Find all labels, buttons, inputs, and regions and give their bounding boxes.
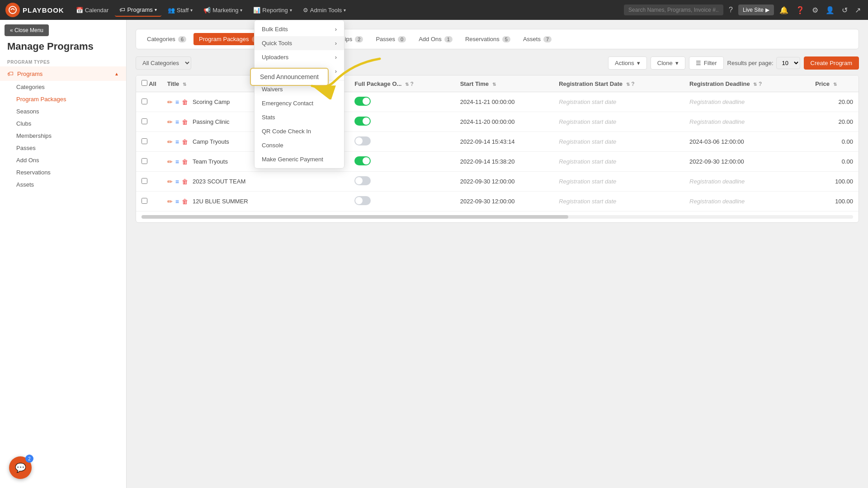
sidebar-item-assets[interactable]: Assets	[0, 178, 126, 191]
row-price: 100.00	[810, 192, 859, 211]
user-icon[interactable]: 👤	[824, 4, 836, 16]
category-filter-select[interactable]: All Categories	[136, 56, 191, 70]
sidebar-item-seasons[interactable]: Seasons	[0, 105, 126, 117]
row-title: Team Tryouts	[193, 158, 228, 165]
list-icon[interactable]: ≡	[175, 138, 179, 145]
row-toggle[interactable]	[349, 132, 454, 152]
row-checkbox[interactable]	[142, 178, 147, 184]
edit-icon[interactable]: ✏	[167, 198, 173, 205]
tab-add-ons[interactable]: Add Ons 1	[413, 33, 458, 45]
edit-icon[interactable]: ✏	[167, 158, 173, 165]
nav-staff[interactable]: 👥 Staff ▾	[163, 4, 198, 16]
dropdown-generic-payment[interactable]: Make Generic Payment	[255, 152, 344, 166]
live-site-button[interactable]: Live Site ▶	[738, 5, 774, 15]
close-menu-button[interactable]: « Close Menu	[5, 24, 49, 36]
list-icon[interactable]: ≡	[175, 198, 179, 205]
full-package-toggle[interactable]	[354, 176, 371, 185]
sidebar-item-categories[interactable]: Categories	[0, 81, 126, 93]
full-package-toggle[interactable]	[354, 97, 371, 106]
help-icon[interactable]: ?	[727, 4, 735, 16]
toolbar: All Categories Actions ▾ Clone ▾ ☰ Filte…	[136, 56, 859, 70]
refresh-icon[interactable]: ↺	[840, 4, 849, 16]
row-title: Passing Clinic	[193, 118, 230, 125]
sidebar-item-reservations[interactable]: Reservations	[0, 166, 126, 178]
tabs-bar: Categories 6 Program Packages 6 Waivers …	[136, 29, 859, 49]
sidebar-item-memberships[interactable]: Memberships	[0, 130, 126, 142]
delete-icon[interactable]: 🗑	[182, 99, 188, 106]
select-all-checkbox[interactable]	[142, 80, 147, 86]
sidebar: « Close Menu Manage Programs PROGRAM TYP…	[0, 20, 127, 232]
horizontal-scrollbar[interactable]	[142, 215, 853, 219]
nav-calendar[interactable]: 📅 Calendar	[71, 4, 113, 16]
row-reg-start: Registration start date	[553, 152, 684, 172]
row-checkbox[interactable]	[142, 99, 147, 104]
tab-reservations[interactable]: Reservations 5	[460, 33, 516, 45]
edit-icon[interactable]: ✏	[167, 99, 173, 106]
list-icon[interactable]: ≡	[175, 99, 179, 106]
row-toggle[interactable]	[349, 172, 454, 192]
delete-icon[interactable]: 🗑	[182, 198, 188, 205]
dropdown-console[interactable]: Console	[255, 138, 344, 152]
dropdown-bulk-edits[interactable]: Bulk Edits ›	[255, 22, 344, 36]
row-title: Scoring Camp	[193, 99, 230, 105]
full-package-toggle[interactable]	[354, 136, 371, 145]
dropdown-stats[interactable]: Stats	[255, 110, 344, 124]
row-reg-start: Registration start date	[553, 192, 684, 211]
sidebar-item-program-packages[interactable]: Program Packages	[0, 93, 126, 105]
dropdown-qr-code[interactable]: QR Code Check In	[255, 124, 344, 138]
actions-button[interactable]: Actions ▾	[608, 56, 647, 70]
list-icon[interactable]: ≡	[175, 158, 179, 165]
row-checkbox[interactable]	[142, 118, 147, 124]
send-announcement-button[interactable]: Send Announcement	[251, 69, 328, 85]
tab-passes[interactable]: Passes 0	[370, 33, 411, 45]
sidebar-item-programs[interactable]: 🏷 Programs ▲	[0, 66, 126, 81]
tab-categories[interactable]: Categories 6	[142, 33, 192, 45]
results-per-page-select[interactable]: 10	[776, 57, 800, 69]
dropdown-uploaders[interactable]: Uploaders ›	[255, 50, 344, 64]
nav-reporting[interactable]: 📊 Reporting ▾	[249, 4, 296, 16]
row-checkbox[interactable]	[142, 138, 147, 144]
row-toggle[interactable]	[349, 112, 454, 132]
tab-assets[interactable]: Assets 7	[518, 33, 557, 45]
help-circle-icon[interactable]: ❓	[794, 4, 807, 16]
row-reg-start: Registration start date	[553, 132, 684, 152]
search-input[interactable]	[624, 5, 723, 15]
settings-icon[interactable]: ⚙	[810, 4, 820, 16]
dropdown-quick-tools[interactable]: Quick Tools ›	[255, 36, 344, 50]
dropdown-emergency-contact[interactable]: Emergency Contact	[255, 96, 344, 110]
delete-icon[interactable]: 🗑	[182, 138, 188, 145]
table-row: ✏ ≡ 🗑 Camp Tryouts 2022-09-14 15:43:14 R…	[136, 132, 859, 152]
nav-programs[interactable]: 🏷 Programs ▾	[115, 4, 161, 17]
row-toggle[interactable]	[349, 92, 454, 112]
edit-icon[interactable]: ✏	[167, 138, 173, 145]
nav-admin-tools[interactable]: ⚙ Admin Tools ▾	[298, 4, 351, 16]
row-title: 12U BLUE SUMMER	[193, 198, 248, 205]
row-toggle[interactable]	[349, 152, 454, 172]
list-icon[interactable]: ≡	[175, 178, 179, 185]
create-program-button[interactable]: Create Program	[804, 56, 859, 70]
row-start-time: 2022-09-14 15:43:14	[455, 132, 553, 152]
sidebar-item-passes[interactable]: Passes	[0, 142, 126, 154]
sidebar-item-clubs[interactable]: Clubs	[0, 117, 126, 130]
notifications-icon[interactable]: 🔔	[778, 4, 790, 16]
full-package-toggle[interactable]	[354, 196, 371, 205]
row-checkbox[interactable]	[142, 198, 147, 204]
list-icon[interactable]: ≡	[175, 118, 179, 126]
full-package-toggle[interactable]	[354, 156, 371, 165]
full-package-toggle[interactable]	[354, 117, 371, 126]
delete-icon[interactable]: 🗑	[182, 118, 188, 126]
clone-button[interactable]: Clone ▾	[651, 56, 685, 70]
row-toggle[interactable]	[349, 192, 454, 211]
row-checkbox[interactable]	[142, 158, 147, 164]
delete-icon[interactable]: 🗑	[182, 178, 188, 185]
nav-marketing[interactable]: 📢 Marketing ▾	[199, 4, 247, 16]
external-link-icon[interactable]: ↗	[853, 4, 863, 16]
sidebar-item-add-ons[interactable]: Add Ons	[0, 154, 126, 166]
edit-icon[interactable]: ✏	[167, 178, 173, 185]
results-per-page: Results per page: 10	[727, 57, 800, 69]
filter-button[interactable]: ☰ Filter	[689, 56, 724, 70]
logo[interactable]: PLAYBOOK	[5, 3, 64, 17]
delete-icon[interactable]: 🗑	[182, 158, 188, 165]
main-content: Categories 6 Program Packages 6 Waivers …	[127, 20, 868, 232]
edit-icon[interactable]: ✏	[167, 118, 173, 126]
